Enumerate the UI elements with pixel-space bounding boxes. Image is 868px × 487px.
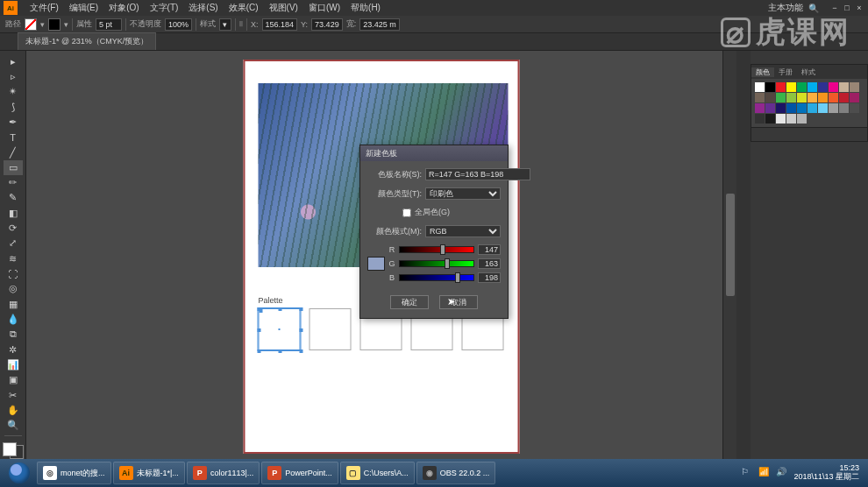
swatch-cell[interactable] [776,93,786,102]
magic-wand-tool[interactable]: ✴ [4,85,23,99]
swatch-cell[interactable] [818,93,828,102]
swatch-cell[interactable] [829,93,838,102]
rotate-tool[interactable]: ⟳ [4,221,23,235]
taskbar-button[interactable]: Pcolor1113|... [187,462,260,484]
transform-y-field[interactable]: 73.429 [311,18,343,31]
zoom-tool[interactable]: 🔍 [4,419,23,433]
search-icon[interactable]: 🔍 [808,4,819,13]
window-close-button[interactable]: × [854,3,864,13]
collapsed-panel-strip[interactable] [736,51,751,459]
start-button[interactable] [4,461,35,485]
menu-view[interactable]: 视图(V) [264,2,303,14]
type-tool[interactable]: T [4,131,23,145]
menu-edit[interactable]: 编辑(E) [64,2,103,14]
swatch-cell[interactable] [850,103,859,113]
rectangle-tool[interactable]: ▭ [4,160,23,174]
taskbar-button[interactable]: PPowerPoint... [261,462,338,484]
swatch-cell[interactable] [797,82,807,92]
palette-box-1[interactable] [259,308,301,350]
slider-r[interactable] [399,246,474,253]
swatch-cell[interactable] [829,82,838,92]
fill-color[interactable] [3,442,17,456]
swatch-cell[interactable] [797,114,807,124]
stroke-width-field[interactable]: 5 pt [96,18,122,31]
lasso-tool[interactable]: ⟆ [4,100,23,114]
swatch-cell[interactable] [797,93,807,102]
selection-tool[interactable]: ▸ [4,54,23,68]
graph-tool[interactable]: 📊 [4,357,23,371]
artboard-tool[interactable]: ▣ [4,373,23,387]
style-field[interactable]: ▾ [219,18,231,31]
swatch-cell[interactable] [839,93,849,102]
dialog-title[interactable]: 新建色板 [360,145,508,161]
swatch-cell[interactable] [808,82,817,92]
swatch-cell[interactable] [776,114,786,124]
pencil-tool[interactable]: ✎ [4,191,23,205]
dialog-ok-button[interactable]: 确定 [390,295,429,309]
swatch-cell[interactable] [829,103,838,113]
swatch-cell[interactable] [808,103,817,113]
color-mode-select[interactable]: RGB [425,225,501,237]
swatch-cell[interactable] [808,93,817,102]
swatch-cell[interactable] [755,103,765,113]
opacity-field[interactable]: 100% [165,18,192,31]
swatch-cell[interactable] [765,82,775,92]
shape-builder-tool[interactable]: ◎ [4,282,23,296]
direct-selection-tool[interactable]: ▹ [4,69,23,83]
swatch-cell[interactable] [765,93,775,102]
eraser-tool[interactable]: ◧ [4,206,23,220]
blend-tool[interactable]: ⧉ [4,328,23,342]
slider-g[interactable] [399,260,474,267]
line-tool[interactable]: ╱ [4,145,23,159]
global-color-checkbox[interactable] [402,208,411,217]
pen-tool[interactable]: ✒ [4,115,23,129]
width-tool[interactable]: ≋ [4,251,23,265]
g-value[interactable]: 163 [478,258,501,269]
menu-type[interactable]: 文字(T) [145,2,184,14]
menu-window[interactable]: 窗口(W) [303,2,345,14]
swatch-cell[interactable] [839,103,849,113]
swatch-cell[interactable] [786,82,796,92]
r-value[interactable]: 147 [478,244,501,255]
tray-flag-icon[interactable]: ⚐ [741,467,753,479]
swatch-cell[interactable] [755,82,765,92]
palette-box-2[interactable] [309,308,352,350]
gradient-tool[interactable]: ▦ [4,297,23,311]
free-transform-tool[interactable]: ⛶ [4,266,23,280]
tray-volume-icon[interactable]: 🔊 [776,467,788,479]
scale-tool[interactable]: ⤢ [4,236,23,251]
swatches-tab-color[interactable]: 颜色 [751,67,774,77]
symbol-sprayer-tool[interactable]: ✲ [4,342,23,356]
swatch-cell[interactable] [818,103,828,113]
swatch-cell[interactable] [786,114,796,124]
search-label[interactable]: 主本功能 [768,2,803,14]
align-icon[interactable]: ⫴ [239,19,243,29]
menu-select[interactable]: 选择(S) [183,2,223,14]
slider-b[interactable] [399,274,474,281]
eyedropper-tool[interactable]: 💧 [4,312,23,326]
swatch-cell[interactable] [786,93,796,102]
swatches-tab-style[interactable]: 样式 [797,67,820,77]
document-tab[interactable]: 未标题-1* @ 231%（CMYK/预览） [18,32,156,50]
taskbar-button[interactable]: ◉OBS 22.0.2 ... [416,462,496,484]
swatch-cell[interactable] [786,103,796,113]
hand-tool[interactable]: ✋ [4,403,23,417]
swatch-cell[interactable] [776,103,786,113]
menu-help[interactable]: 帮助(H) [345,2,386,14]
swatch-cell[interactable] [765,114,775,124]
swatch-cell[interactable] [755,93,765,102]
swatch-cell[interactable] [776,82,786,92]
dialog-cancel-button[interactable]: 取消 [439,295,478,309]
swatch-cell[interactable] [765,103,775,113]
stroke-swatch[interactable] [48,18,60,31]
menu-effect[interactable]: 效果(C) [224,2,264,14]
menu-object[interactable]: 对象(O) [103,2,144,14]
canvas-scroll-vertical[interactable] [722,51,736,459]
b-value[interactable]: 198 [478,272,501,283]
taskbar-button[interactable]: ◎monet的搜... [37,462,111,484]
slice-tool[interactable]: ✂ [4,388,23,402]
transform-x-field[interactable]: 156.184 [262,18,298,31]
paintbrush-tool[interactable]: ✏ [4,176,23,190]
fill-swatch[interactable] [25,18,37,31]
swatch-cell[interactable] [839,82,849,92]
